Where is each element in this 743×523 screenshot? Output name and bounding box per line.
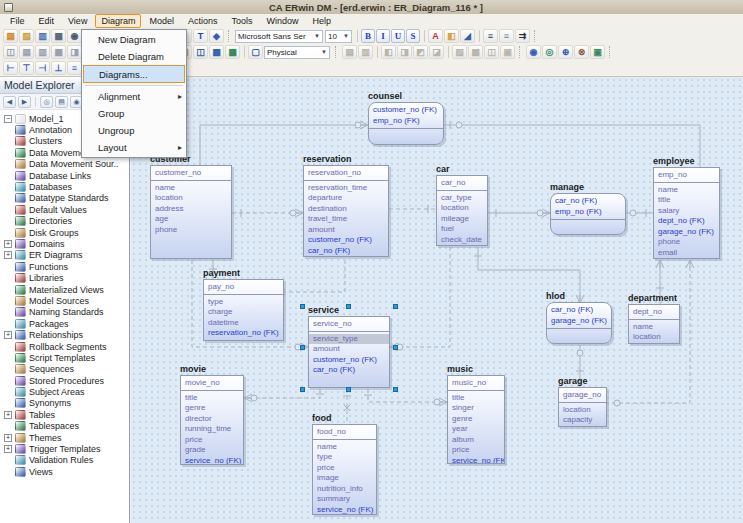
menu-edit[interactable]: Edit <box>33 14 61 28</box>
tree-item-script-templates[interactable]: Script Templates <box>4 352 129 363</box>
tree-item-sequences[interactable]: Sequences <box>4 364 129 375</box>
report-export-icon[interactable]: ◫ <box>484 45 499 59</box>
pk-attribute[interactable]: customer_no <box>151 168 231 179</box>
pk-attribute[interactable]: pay_no <box>204 282 283 293</box>
entity-box[interactable]: car_nocar_typelocationmileagefuelcheck_d… <box>436 175 488 246</box>
attribute[interactable]: reservation_no (FK) <box>204 328 283 339</box>
pk-attribute[interactable]: movie_no <box>181 378 243 389</box>
pk-attribute[interactable]: dept_no <box>629 307 679 318</box>
open-model-icon[interactable]: ▨ <box>19 29 34 43</box>
attribute[interactable]: location <box>151 193 231 204</box>
compare-script-icon[interactable]: ◩ <box>413 45 428 59</box>
attribute[interactable]: emp_no (FK) <box>551 207 625 218</box>
relationship-line[interactable] <box>390 247 450 347</box>
attribute[interactable]: check_date <box>437 235 487 246</box>
attribute[interactable]: title <box>181 393 243 404</box>
attribute[interactable]: garage_no (FK) <box>654 227 719 238</box>
attribute[interactable]: email <box>654 248 719 259</box>
selection-handle[interactable] <box>300 387 305 392</box>
report-template-icon[interactable]: ▨ <box>452 45 467 59</box>
entity-box[interactable]: garage_nolocationcapacity <box>558 387 607 427</box>
pk-attribute[interactable]: service_no <box>309 319 389 330</box>
attribute[interactable]: dept_no (FK) <box>654 216 719 227</box>
attribute[interactable]: destination <box>304 204 388 215</box>
attribute[interactable]: genre <box>448 414 504 425</box>
menu-item-ungroup[interactable]: Ungroup <box>82 122 186 139</box>
italic-button[interactable]: I <box>376 29 390 43</box>
tree-item-materialized-views[interactable]: Materialized Views <box>4 284 129 295</box>
tree-item-data-movement-sour[interactable]: Data Movement Sour.. <box>4 159 129 170</box>
attribute[interactable]: age <box>151 214 231 225</box>
tree-item-stored-procedures[interactable]: Stored Procedures <box>4 375 129 386</box>
entity-box[interactable]: reservation_noreservation_timedepartured… <box>303 165 389 257</box>
attribute[interactable]: charge <box>204 307 283 318</box>
tree-item-model-sources[interactable]: Model Sources <box>4 295 129 306</box>
selection-handle[interactable] <box>393 345 398 350</box>
attribute[interactable]: price <box>448 445 504 456</box>
text-block-icon[interactable]: T <box>193 29 208 43</box>
find-icon[interactable]: ◉ <box>67 29 82 43</box>
selection-handle[interactable] <box>346 387 351 392</box>
tree-item-packages[interactable]: Packages <box>4 318 129 329</box>
tree-item-datatype-standards[interactable]: Datatype Standards <box>4 193 129 204</box>
attribute[interactable]: service_no (FK) <box>313 505 376 516</box>
attribute[interactable]: name <box>654 185 719 196</box>
tree-item-directories[interactable]: Directories <box>4 216 129 227</box>
attribute[interactable]: nutrition_info <box>313 484 376 495</box>
attribute[interactable]: salary <box>654 206 719 217</box>
tree-item-er-diagrams[interactable]: +ER Diagrams <box>4 250 129 261</box>
zoom-in-icon[interactable]: ▥ <box>35 45 50 59</box>
new-model-icon[interactable]: ▤ <box>3 29 18 43</box>
expand-box-icon[interactable]: + <box>4 251 12 259</box>
menu-tools[interactable]: Tools <box>225 14 258 28</box>
entity-payment[interactable]: paymentpay_notypechargedatetimereservati… <box>203 268 284 341</box>
entity-box[interactable]: movie_notitlegenredirectorrunning_timepr… <box>180 375 244 465</box>
menu-actions[interactable]: Actions <box>182 14 224 28</box>
db-connect-icon[interactable]: ⊗ <box>574 45 589 59</box>
attribute[interactable]: title <box>448 393 504 404</box>
attribute[interactable]: amount <box>304 225 388 236</box>
menu-help[interactable]: Help <box>306 14 337 28</box>
selection-handle[interactable] <box>300 304 305 309</box>
zoom-out-icon[interactable]: ▦ <box>51 45 66 59</box>
attribute[interactable]: service_no (FK) <box>448 456 504 465</box>
entity-box[interactable]: car_no (FK)garage_no (FK) <box>546 302 612 344</box>
notation-level-combo[interactable]: Physical▼ <box>264 46 330 59</box>
attribute[interactable]: image <box>313 473 376 484</box>
attribute[interactable]: emp_no (FK) <box>369 116 443 127</box>
compare-db-icon[interactable]: ◨ <box>397 45 412 59</box>
print-icon[interactable]: ▦ <box>51 29 66 43</box>
collapse-box-icon[interactable]: − <box>4 115 12 123</box>
tree-item-default-values[interactable]: Default Values <box>4 204 129 215</box>
attribute[interactable]: type <box>313 452 376 463</box>
menu-diagram[interactable]: Diagram <box>95 14 141 28</box>
complete-compare-icon[interactable]: ◉ <box>526 45 541 59</box>
menu-item-delete-diagram[interactable]: Delete Diagram <box>82 48 186 65</box>
find-entity-icon[interactable]: ◎ <box>40 96 53 108</box>
attribute[interactable]: car_no (FK) <box>551 196 625 207</box>
attribute[interactable]: customer_no (FK) <box>304 235 388 246</box>
attribute[interactable]: service_no (FK) <box>181 456 243 466</box>
tree-item-tables[interactable]: +Tables <box>4 409 129 420</box>
page-setup-icon[interactable]: ▤ <box>19 45 34 59</box>
attribute[interactable]: car_no (FK) <box>547 305 611 316</box>
tree-item-functions[interactable]: Functions <box>4 261 129 272</box>
attribute[interactable]: price <box>181 435 243 446</box>
align-right-icon[interactable]: ⊣ <box>35 61 50 75</box>
attribute[interactable]: type <box>204 297 283 308</box>
pin-icon[interactable]: ◆ <box>209 29 224 43</box>
pk-attribute[interactable]: music_no <box>448 378 504 389</box>
tree-item-trigger-templates[interactable]: +Trigger Templates <box>4 443 129 454</box>
line-style-icon[interactable]: ≡ <box>499 29 514 43</box>
window-layout-icon[interactable]: ▢ <box>248 45 263 59</box>
attribute[interactable]: running_time <box>181 424 243 435</box>
attribute[interactable]: departure <box>304 193 388 204</box>
strikethrough-button[interactable]: S <box>406 29 420 43</box>
entity-box[interactable]: customer_no (FK)emp_no (FK) <box>368 102 444 145</box>
model-report-icon[interactable]: ▦ <box>225 45 240 59</box>
underline-button[interactable]: U <box>391 29 405 43</box>
arrow-style-icon[interactable]: ⇉ <box>515 29 530 43</box>
attribute[interactable]: service_type <box>309 334 389 345</box>
attribute[interactable]: phone <box>654 237 719 248</box>
forward-engineer-icon[interactable]: ⊕ <box>558 45 573 59</box>
